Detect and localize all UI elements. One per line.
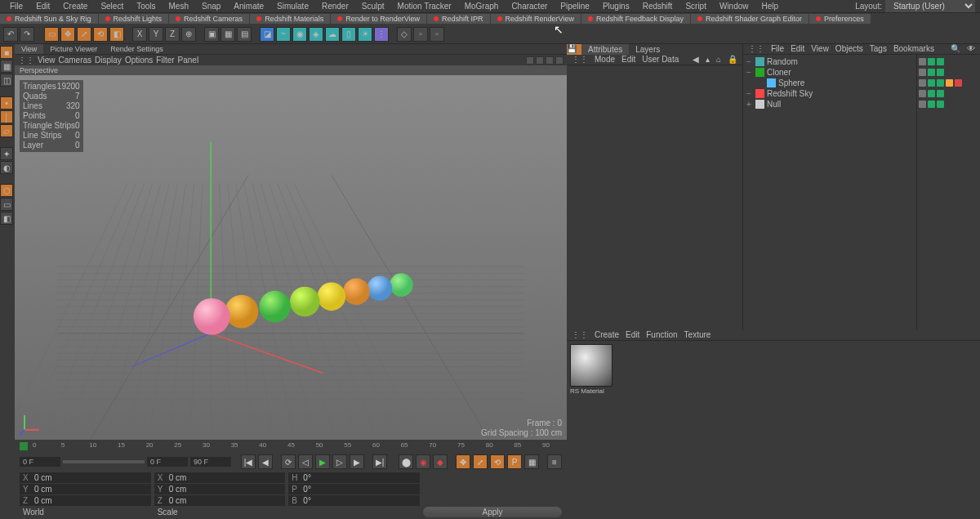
panel-grip-icon[interactable]: ⋮⋮ (572, 55, 588, 65)
vpmenu-filter[interactable]: Filter (156, 56, 174, 65)
vis-editor-icon[interactable] (928, 90, 935, 97)
vis-render-icon[interactable] (937, 101, 944, 108)
vis-render-icon[interactable] (937, 58, 944, 65)
vis-render-icon[interactable] (937, 90, 944, 97)
menu-file[interactable]: File (3, 2, 29, 11)
menu-create[interactable]: Create (56, 2, 94, 11)
vis-editor-icon[interactable] (928, 101, 935, 108)
material-name[interactable]: RS Material (570, 387, 612, 396)
save-layout-button[interactable]: 💾 (567, 44, 581, 55)
menu-animate[interactable]: Animate (227, 2, 270, 11)
tab-redshift-sun-sky-rig[interactable]: Redshift Sun & Sky Rig (0, 14, 98, 24)
render-button[interactable]: ▣ (204, 27, 219, 42)
menu-pipeline[interactable]: Pipeline (554, 2, 596, 11)
viewport-solo-button[interactable]: ◐ (0, 161, 13, 174)
extra-button-2[interactable]: ▫ (430, 27, 444, 42)
render-region-button[interactable]: ▦ (220, 27, 235, 42)
object-cloner[interactable]: −Cloner (746, 67, 913, 78)
vp-nav-icon-3[interactable] (546, 56, 554, 65)
coord-system-button[interactable]: ⊕ (181, 27, 196, 42)
menu-mesh[interactable]: Mesh (163, 2, 195, 11)
coord-mode-select[interactable]: World (20, 507, 151, 517)
layer-tag-icon[interactable] (919, 58, 926, 65)
menu-render[interactable]: Render (315, 2, 355, 11)
apply-button[interactable]: Apply (423, 507, 562, 517)
tab-redshift-cameras[interactable]: Redshift Cameras (169, 14, 249, 24)
generator-button[interactable]: ◉ (292, 27, 307, 42)
point-mode-button[interactable]: • (0, 96, 13, 110)
key-pos-button[interactable]: ✥ (456, 454, 470, 469)
menu-select[interactable]: Select (94, 2, 130, 11)
tab-redshift-ipr[interactable]: Redshift IPR (427, 14, 490, 24)
menu-snap[interactable]: Snap (195, 2, 227, 11)
end-frame-field[interactable] (190, 457, 231, 467)
menu-edit[interactable]: Edit (29, 2, 56, 11)
material-tag-icon[interactable] (955, 79, 962, 87)
deformer-button[interactable]: ◈ (309, 27, 323, 42)
keyframe-sel-button[interactable]: ◆ (433, 454, 448, 469)
light-button[interactable]: ☀ (358, 27, 372, 42)
coord-rot-p[interactable]: P0° (288, 484, 420, 494)
vis-editor-icon[interactable] (928, 58, 935, 65)
vpmenu-display[interactable]: Display (95, 56, 122, 65)
vpmenu-view[interactable]: View (38, 56, 56, 65)
cube-primitive-button[interactable]: ◪ (260, 27, 274, 42)
attr-menu-userdata[interactable]: User Data (642, 55, 679, 65)
menu-motion-tracker[interactable]: Motion Tracker (391, 2, 458, 11)
undo-button[interactable]: ↶ (3, 27, 18, 42)
coord-size-y[interactable]: Y0 cm (154, 484, 286, 494)
current-frame-field[interactable] (147, 457, 188, 467)
layer-tag-icon[interactable] (919, 79, 926, 87)
vp-nav-icon-2[interactable] (536, 56, 544, 65)
vpmenu-cameras[interactable]: Cameras (59, 56, 92, 65)
vis-render-icon[interactable] (937, 79, 944, 87)
coord-scale-select[interactable]: Scale (154, 507, 286, 517)
extra-button-1[interactable]: ▫ (413, 27, 428, 42)
object-sphere[interactable]: Sphere (746, 78, 913, 88)
loop-button[interactable]: ⟳ (281, 454, 296, 469)
objmenu-tags[interactable]: Tags (870, 44, 887, 54)
nav-home-icon[interactable]: ⌂ (716, 55, 721, 65)
edge-mode-button[interactable]: │ (0, 110, 13, 123)
axis-z-button[interactable]: Z (165, 27, 180, 42)
vp-nav-icon-1[interactable] (526, 56, 534, 65)
coord-pos-x[interactable]: X0 cm (20, 472, 151, 483)
vptab-render-settings[interactable]: Render Settings (104, 44, 170, 54)
phong-tag-icon[interactable] (946, 79, 953, 87)
key-scale-button[interactable]: ⤢ (473, 454, 488, 469)
vpmenu-options[interactable]: Options (125, 56, 153, 65)
tag-row[interactable] (919, 88, 978, 99)
objmenu-edit[interactable]: Edit (791, 44, 804, 54)
tab-preferences[interactable]: Preferences (809, 14, 871, 24)
object-redshift-sky[interactable]: −Redshift Sky (746, 88, 913, 99)
key-param-button[interactable]: P (507, 454, 522, 469)
menu-plugins[interactable]: Plugins (596, 2, 636, 11)
render-settings-button[interactable]: ▤ (237, 27, 252, 42)
tag-row[interactable] (919, 99, 978, 110)
spline-button[interactable]: ~ (276, 27, 291, 42)
goto-start-button[interactable]: |◀ (241, 454, 256, 469)
menu-sculpt[interactable]: Sculpt (355, 2, 391, 11)
coord-size-z[interactable]: Z0 cm (154, 495, 286, 506)
start-frame-field[interactable] (20, 457, 60, 467)
goto-end-button[interactable]: ▶| (372, 454, 387, 469)
matmenu-function[interactable]: Function (646, 330, 677, 340)
vp-nav-icon-4[interactable] (555, 56, 564, 65)
vis-render-icon[interactable] (937, 69, 944, 76)
prev-key-button[interactable]: ◀ (258, 454, 273, 469)
axis-x-button[interactable]: X (132, 27, 147, 42)
tag-row[interactable] (919, 67, 978, 78)
attr-menu-mode[interactable]: Mode (595, 55, 615, 65)
select-tool-button[interactable]: ▭ (44, 27, 59, 42)
objmenu-view[interactable]: View (811, 44, 829, 54)
play-back-button[interactable]: ◁ (298, 454, 313, 469)
camera-button[interactable]: ▯ (341, 27, 356, 42)
material-card[interactable]: RS Material (570, 344, 612, 396)
record-button[interactable]: ⬤ (399, 454, 413, 469)
object-null[interactable]: +Null (746, 99, 913, 110)
tab-render-to-renderview[interactable]: Render to RenderView (331, 14, 426, 24)
autokey-button[interactable]: ◉ (416, 454, 430, 469)
timeline-ruler[interactable]: 051015202530354045505560657075808590 (15, 440, 567, 453)
panel-grip-icon[interactable]: ⋮⋮ (748, 44, 764, 54)
attr-menu-edit[interactable]: Edit (621, 55, 635, 65)
